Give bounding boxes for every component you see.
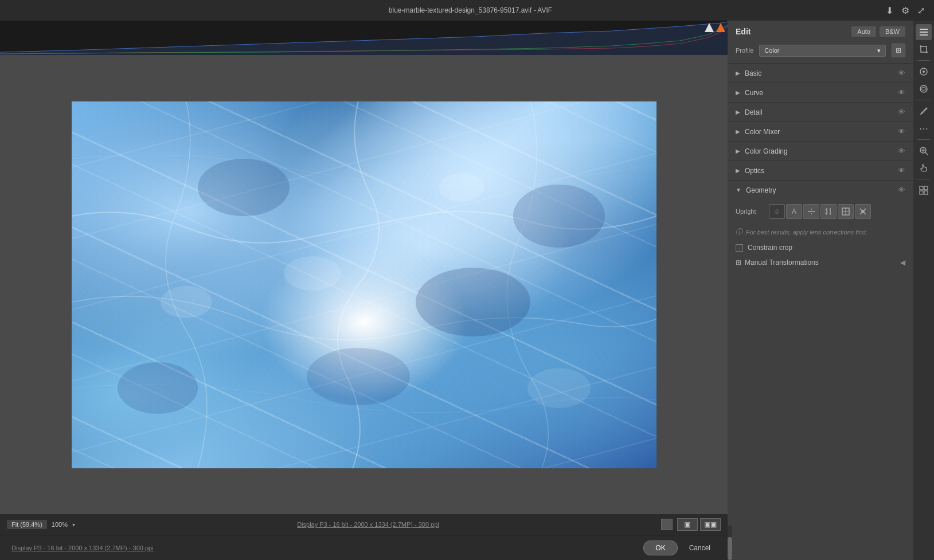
tool-grid-btn[interactable] <box>916 182 932 198</box>
section-optics-left: ▶ Optics <box>736 167 764 175</box>
geometry-visibility-icon[interactable]: 👁 <box>898 186 905 194</box>
svg-rect-25 <box>920 32 928 33</box>
edit-panel: Edit Auto B&W Profile Color ▾ ⊞ <box>728 21 913 560</box>
tool-more-btn[interactable]: ⋯ <box>916 120 932 136</box>
tool-separator-1 <box>917 60 930 61</box>
profile-grid-button[interactable]: ⊞ <box>892 44 905 57</box>
section-detail-left: ▶ Detail <box>736 108 763 116</box>
cancel-button[interactable]: Cancel <box>683 541 716 555</box>
manual-transform-collapse-icon[interactable]: ◀ <box>900 259 905 267</box>
tool-redeye-btn[interactable] <box>916 81 932 97</box>
upright-guided-btn[interactable] <box>855 204 871 219</box>
crop-icon <box>919 45 928 54</box>
svg-rect-35 <box>920 186 923 190</box>
lens-notice-text: For best results, apply lens corrections… <box>746 229 867 236</box>
section-optics-label: Optics <box>745 167 764 175</box>
info-icon: ⓘ <box>736 227 742 237</box>
lens-notice: ⓘ For best results, apply lens correctio… <box>736 225 905 241</box>
fit-label: Fit (59.4%) <box>7 520 47 529</box>
status-right: ▣ ▣▣ <box>661 518 721 531</box>
view-mode-btns: ▣ ▣▣ <box>677 518 721 531</box>
color-mixer-visibility-icon[interactable]: 👁 <box>898 127 905 136</box>
tool-crop-btn[interactable] <box>916 41 932 57</box>
tool-separator-4 <box>917 179 930 179</box>
geometry-content: Upright ⊘ A <box>728 199 913 276</box>
image-viewport <box>0 55 728 514</box>
constrain-crop-checkbox[interactable] <box>736 244 743 252</box>
detail-visibility-icon[interactable]: 👁 <box>898 108 905 116</box>
image-container <box>72 101 656 468</box>
section-basic-header[interactable]: ▶ Basic 👁 <box>728 64 913 83</box>
profile-select[interactable]: Color ▾ <box>759 45 886 57</box>
right-panel: Edit Auto B&W Profile Color ▾ ⊞ <box>728 21 934 560</box>
constrain-crop-row: Constrain crop <box>736 241 905 254</box>
single-view-btn[interactable]: ▣ <box>677 518 698 531</box>
upright-row: Upright ⊘ A <box>736 204 905 219</box>
color-grading-visibility-icon[interactable]: 👁 <box>898 147 905 155</box>
upright-level-btn[interactable] <box>803 204 819 219</box>
auto-button[interactable]: Auto <box>851 26 876 37</box>
histogram-svg <box>0 21 728 55</box>
tool-brush-btn[interactable] <box>916 103 932 119</box>
vertical-icon <box>824 207 833 216</box>
section-color-mixer-header[interactable]: ▶ Color Mixer 👁 <box>728 122 913 141</box>
section-optics-header[interactable]: ▶ Optics 👁 <box>728 161 913 180</box>
download-icon[interactable]: ⬇ <box>886 5 893 16</box>
settings-icon[interactable]: ⚙ <box>901 5 909 16</box>
redeye-icon <box>919 84 928 93</box>
section-color-grading: ▶ Color Grading 👁 <box>728 141 913 160</box>
basic-visibility-icon[interactable]: 👁 <box>898 69 905 77</box>
section-curve-header[interactable]: ▶ Curve 👁 <box>728 83 913 102</box>
color-swatch[interactable] <box>661 519 673 530</box>
zoom-icon <box>919 146 928 155</box>
panel-icon <box>919 28 928 37</box>
status-left: Fit (59.4%) 100% ▾ <box>7 520 75 529</box>
upright-auto-btn[interactable]: A <box>786 204 802 219</box>
ok-button[interactable]: OK <box>643 541 677 555</box>
scroll-track[interactable] <box>728 526 732 560</box>
upright-off-btn[interactable]: ⊘ <box>769 204 785 219</box>
profile-label: Profile <box>736 47 753 54</box>
manual-transform-left: ⊞ Manual Transformations <box>736 259 819 267</box>
display-info-status[interactable]: Display P3 - 16 bit - 2000 x 1334 (2.7MP… <box>297 521 439 528</box>
panel-scroll[interactable]: Edit Auto B&W Profile Color ▾ ⊞ <box>728 21 913 526</box>
section-color-grading-header[interactable]: ▶ Color Grading 👁 <box>728 142 913 160</box>
expand-icon[interactable]: ⤢ <box>917 5 925 16</box>
titlebar: blue-marble-textured-design_53876-95017.… <box>0 0 934 21</box>
guided-icon <box>859 207 867 216</box>
tool-heal-btn[interactable] <box>916 64 932 80</box>
curve-visibility-icon[interactable]: 👁 <box>898 88 905 97</box>
tool-zoom-btn[interactable] <box>916 143 932 159</box>
tool-hand-btn[interactable] <box>916 160 932 176</box>
marble-veins-svg <box>72 101 656 468</box>
section-basic: ▶ Basic 👁 <box>728 63 913 83</box>
upright-vertical-btn[interactable] <box>820 204 837 219</box>
section-detail-header[interactable]: ▶ Detail 👁 <box>728 103 913 122</box>
dialog-display-info[interactable]: Display P3 - 16 bit - 2000 x 1334 (2.7MP… <box>11 545 154 551</box>
svg-point-10 <box>527 368 591 408</box>
manual-transform-label: Manual Transformations <box>745 259 819 267</box>
upright-full-btn[interactable] <box>838 204 854 219</box>
section-color-grading-left: ▶ Color Grading <box>736 147 788 155</box>
section-basic-left: ▶ Basic <box>736 69 761 77</box>
more-dots-icon: ⋯ <box>919 123 929 134</box>
tool-separator-2 <box>917 100 930 100</box>
svg-point-3 <box>416 268 530 336</box>
status-bar: Fit (59.4%) 100% ▾ Display P3 - 16 bit -… <box>0 514 728 535</box>
detail-chevron-icon: ▶ <box>736 109 740 115</box>
scroll-thumb[interactable] <box>728 537 732 560</box>
histogram-bar <box>0 21 728 55</box>
zoom-dropdown-arrow[interactable]: ▾ <box>72 522 75 528</box>
svg-point-5 <box>513 185 605 248</box>
optics-visibility-icon[interactable]: 👁 <box>898 166 905 175</box>
section-geometry: ▼ Geometry 👁 Upright ⊘ A <box>728 180 913 276</box>
dual-view-btn[interactable]: ▣▣ <box>700 518 721 531</box>
hand-icon <box>919 163 928 173</box>
svg-rect-37 <box>920 191 923 194</box>
tool-panel-btn[interactable] <box>916 24 932 40</box>
svg-point-4 <box>118 362 198 414</box>
svg-rect-36 <box>924 186 928 190</box>
section-detail-label: Detail <box>745 108 763 116</box>
bw-button[interactable]: B&W <box>880 26 905 37</box>
section-geometry-header[interactable]: ▼ Geometry 👁 <box>728 181 913 199</box>
